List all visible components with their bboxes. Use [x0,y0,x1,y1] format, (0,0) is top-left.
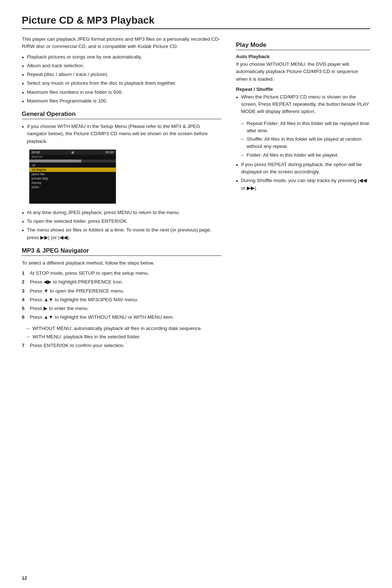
repeat-shuffle-list: When the Picture CD/MP3 CD menu is shown… [236,93,370,116]
screen-topbar: 00:00 ▣ 00:00 [29,150,116,155]
step-5: 5 Press ▶ to enter the menu. [22,305,221,312]
auto-playback-text: If you choose WITHOUT MENU, the DVD play… [236,61,370,83]
screen-file-list: All 18 degree jason lee private Italy Di… [29,163,116,189]
list-item: If you press REPEAT during playback, the… [236,161,370,176]
list-item: When the Picture CD/MP3 CD menu is shown… [236,93,370,116]
step-7: 7 Press ENTER/OK to confirm your selecti… [22,342,221,349]
general-operation-title: General Operation [22,110,221,119]
mp3-jpeg-step-7: 7 Press ENTER/OK to confirm your selecti… [22,342,221,349]
list-item: The menu shows six files or folders at a… [22,226,221,241]
mp3-jpeg-navigator-title: MP3 & JPEG Navigator [22,247,221,256]
screen-list-item: M2M [29,185,116,189]
step-6a: WITHOUT MENU: automatically playback all… [22,325,221,332]
repeat-arrow-2: Shuffle: All files in this folder will b… [236,136,370,150]
page-title: Picture CD & MP3 Playback [22,15,370,29]
list-item: Maximum files numbers in one folder is 5… [22,89,221,96]
list-item: Album and track selection. [22,62,221,69]
repeat-shuffle-list2: If you press REPEAT during playback, the… [236,161,370,192]
step-1: 1 At STOP mode, press SETUP to open the … [22,270,221,277]
screen-list-item-highlighted: 18 degree [29,168,116,172]
left-column: This player can playback JPEG format pic… [22,36,221,353]
step-6: 6 Press ▲▼ to highlight the WITHOUT MENU… [22,314,221,321]
screen-icon: ▣ [71,150,74,154]
screen-track: 001/116 [29,155,116,159]
screen-progress-bar [29,160,116,162]
screen-list-item: All [29,163,116,168]
page-number: 12 [22,575,27,581]
list-item: Select any music or pictures from the di… [22,80,221,87]
step-4: 4 Press ▲▼ to highlight the MP3/JPEG NAV… [22,296,221,303]
mp3-jpeg-intro: To select a different playback method, f… [22,259,221,267]
screen-image: 00:00 ▣ 00:00 001/116 All 18 degree jaso… [29,149,116,204]
repeat-shuffle-subtitle: Repeat / Shuffle [236,86,370,92]
list-item: Repeat (disc / album / track / picture). [22,71,221,78]
repeat-arrow-3: Folder: All files in this folder will be… [236,152,370,159]
list-item: At any time during JPEG playback, press … [22,209,221,216]
screen-time-left: 00:00 [32,150,40,154]
intro-text: This player can playback JPEG format pic… [22,36,221,51]
list-item: During Shuffle mode, you can skip tracks… [236,177,370,192]
step-6b: WITH MENU: playback files in the selecte… [22,333,221,341]
auto-playback-subtitle: Auto Playback [236,54,370,59]
list-item: To open the selected folder, press ENTER… [22,218,221,225]
repeat-arrow-1: Repeat Folder: All files in this folder … [236,120,370,135]
right-column: Play Mode Auto Playback If you choose WI… [236,36,370,353]
general-operation-list: If you choose WITH MENU in the Setup Men… [22,123,221,145]
intro-bullet-list: Playback pictures or songs one by one au… [22,53,221,105]
screen-time-right: 00:00 [105,150,114,154]
screen-list-item: Disney [29,181,116,185]
mp3-jpeg-steps: 1 At STOP mode, press SETUP to open the … [22,270,221,321]
play-mode-title: Play Mode [236,41,370,50]
step-3: 3 Press ▼ to open the PREFERENCE menu. [22,287,221,295]
screen-list-item: jason lee [29,172,116,176]
screen-list-item: private Italy [29,176,116,181]
list-item: Maximum files Programmable is 100. [22,97,221,105]
general-operation-list2: At any time during JPEG playback, press … [22,209,221,241]
list-item: If you choose WITH MENU in the Setup Men… [22,123,221,145]
list-item: Playback pictures or songs one by one au… [22,53,221,61]
step-2: 2 Press ◀▶ to highlight PREFERENCE icon. [22,278,221,286]
